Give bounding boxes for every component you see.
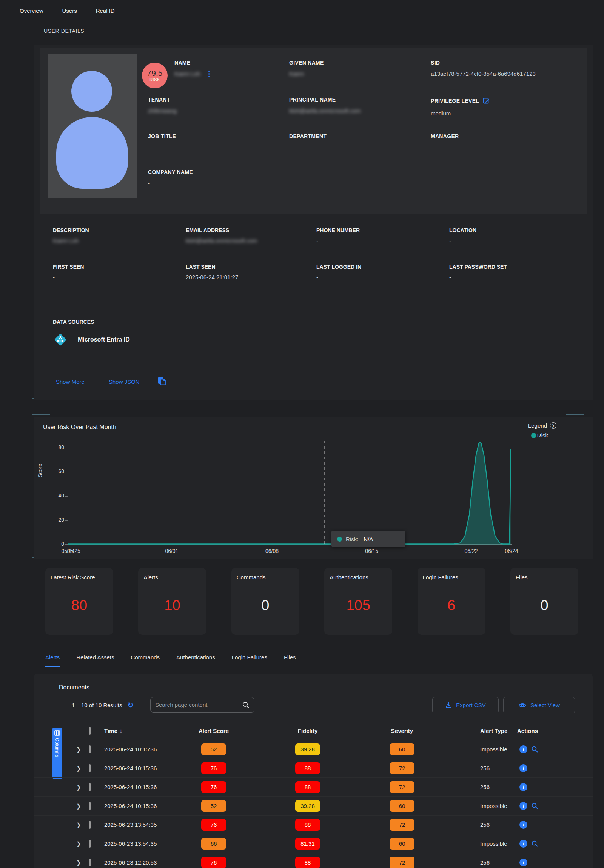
nav-item-overview[interactable]: Overview [20, 8, 43, 14]
row-checkbox[interactable] [89, 783, 91, 791]
nav-item-users[interactable]: Users [62, 8, 77, 14]
risk-area-chart [61, 438, 513, 555]
tab-related-assets[interactable]: Related Assets [76, 654, 114, 666]
header-severity[interactable]: Severity [375, 728, 429, 734]
x-axis-tick-label: 05/25 [63, 548, 84, 554]
row-expand-chevron[interactable]: ❯ [76, 840, 81, 847]
search-action-icon[interactable] [531, 746, 539, 753]
alert-score-badge: 66 [201, 838, 226, 849]
given-name-label: GIVEN NAME [289, 60, 425, 66]
info-icon[interactable]: i [519, 764, 527, 772]
row-expand-chevron[interactable]: ❯ [76, 822, 81, 828]
stat-label: Latest Risk Score [51, 574, 95, 580]
alerts-table: Time↓ Alert Score Fidelity Severity Aler… [34, 722, 593, 868]
row-alert-type: 256 [429, 784, 515, 790]
top-nav: Overview Users Real ID [0, 0, 604, 22]
row-checkbox[interactable] [89, 802, 91, 810]
stat-label: Files [515, 574, 528, 580]
email-label: EMAIL ADDRESS [186, 227, 314, 233]
row-checkbox[interactable] [89, 821, 91, 829]
risk-score-label: RISK [149, 78, 160, 82]
header-alert-type[interactable]: Alert Type [429, 728, 515, 734]
row-checkbox[interactable] [89, 840, 91, 848]
tab-alerts[interactable]: Alerts [45, 654, 60, 667]
tab-login-failures[interactable]: Login Failures [232, 654, 267, 666]
edit-privilege-icon[interactable] [483, 97, 490, 105]
risk-score-value: 79.5 [147, 69, 163, 78]
select-all-checkbox[interactable] [89, 727, 91, 735]
legend-label: Legend [528, 422, 547, 429]
export-csv-button[interactable]: Export CSV [432, 697, 499, 713]
tooltip-series-dot [337, 537, 342, 542]
detail-tabs: Alerts Related Assets Commands Authentic… [0, 654, 604, 669]
alert-score-badge: 76 [201, 819, 226, 831]
search-icon [242, 701, 250, 709]
email-value: kloh@aetla.onmicrosoft.com [186, 237, 314, 244]
chart-tooltip: Risk: N/A [331, 531, 405, 547]
alert-score-badge: 76 [201, 762, 226, 774]
search-action-icon[interactable] [531, 840, 539, 848]
row-expand-chevron[interactable]: ❯ [76, 803, 81, 809]
tenant-value: zhifenwang [148, 108, 177, 114]
y-axis-title: Score [37, 463, 43, 477]
row-time: 2025-06-23 13:54:35 [104, 822, 187, 828]
header-fidelity[interactable]: Fidelity [240, 728, 375, 734]
stat-value: 0 [510, 597, 578, 614]
legend-toggle[interactable]: Legend ❯ [528, 422, 556, 429]
info-icon[interactable]: i [519, 783, 527, 791]
search-action-icon[interactable] [531, 802, 539, 810]
header-alert-score[interactable]: Alert Score [187, 728, 240, 734]
severity-badge: 72 [390, 819, 415, 831]
row-expand-chevron[interactable]: ❯ [76, 746, 81, 753]
info-icon[interactable]: i [519, 859, 527, 866]
row-expand-chevron[interactable]: ❯ [76, 765, 81, 771]
row-alert-type: Impossible [429, 840, 515, 847]
table-row: ❯ 2025-06-24 10:15:36 76 88 72 256 i [34, 778, 593, 797]
row-checkbox[interactable] [89, 746, 91, 753]
department-label: DEPARTMENT [289, 133, 425, 139]
row-time: 2025-06-24 10:15:36 [104, 765, 187, 771]
show-json-link[interactable]: Show JSON [109, 378, 140, 385]
info-icon[interactable]: i [519, 840, 527, 848]
severity-badge: 72 [390, 857, 415, 868]
severity-badge: 72 [390, 762, 415, 774]
job-title-value: - [148, 144, 150, 150]
stat-label: Alerts [143, 574, 158, 580]
tab-files[interactable]: Files [284, 654, 296, 666]
last-seen-value: 2025-06-24 21:01:27 [186, 274, 314, 281]
sid-label: SID [431, 60, 589, 66]
kebab-menu-icon[interactable]: ⋮ [205, 71, 213, 77]
select-view-label: Select View [530, 702, 560, 708]
row-expand-chevron[interactable]: ❯ [76, 784, 81, 790]
info-icon[interactable]: i [519, 746, 527, 753]
nav-item-real-id[interactable]: Real ID [96, 8, 115, 14]
stat-card-files: Files 0 [510, 568, 578, 635]
header-time[interactable]: Time↓ [104, 728, 187, 734]
job-title-label: JOB TITLE [148, 133, 284, 139]
x-axis-tick-label: 06/15 [361, 548, 382, 554]
tab-authentications[interactable]: Authentications [176, 654, 215, 666]
row-checkbox[interactable] [89, 764, 91, 772]
table-header-row: Time↓ Alert Score Fidelity Severity Aler… [34, 722, 593, 740]
info-icon[interactable]: i [519, 821, 527, 829]
stat-card-login-failures: Login Failures 6 [418, 568, 486, 635]
description-label: DESCRIPTION [53, 227, 181, 233]
show-more-link[interactable]: Show More [56, 378, 85, 385]
row-checkbox[interactable] [89, 859, 91, 866]
select-view-button[interactable]: Select View [503, 697, 575, 713]
row-expand-chevron[interactable]: ❯ [76, 859, 81, 866]
search-input[interactable] [155, 702, 242, 708]
risk-chart-plot: Risk: N/A 02040608005/2405/2506/0106/080… [61, 438, 517, 555]
documents-title: Documents [59, 684, 90, 691]
copy-icon[interactable] [157, 376, 167, 388]
avatar [48, 54, 137, 198]
stat-value: 10 [138, 597, 206, 614]
refresh-icon[interactable]: ↻ [127, 701, 133, 710]
tab-commands[interactable]: Commands [130, 654, 160, 666]
info-icon[interactable]: i [519, 802, 527, 810]
legend-entry-risk[interactable]: Risk [531, 432, 548, 439]
results-count: 1 – 10 of 10 Results [72, 702, 122, 708]
stat-label: Login Failures [423, 574, 458, 580]
principal-name-value: kloh@aetla.onmicrosoft.com [289, 108, 360, 114]
first-seen-value: - [53, 274, 181, 281]
